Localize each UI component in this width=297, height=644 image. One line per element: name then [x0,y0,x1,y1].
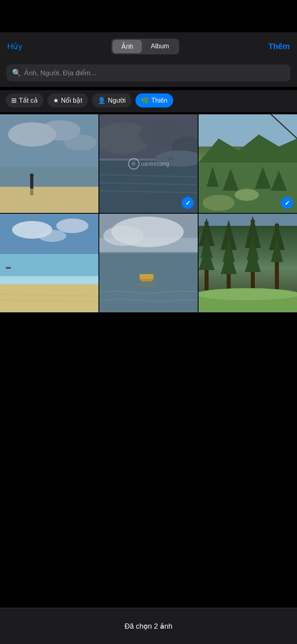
svg-point-33 [38,230,66,242]
svg-rect-46 [139,274,154,279]
status-bar [0,0,297,32]
segment-album-tab[interactable]: Album [142,40,178,53]
photo-cell-3[interactable]: ✓ [199,114,297,213]
svg-rect-36 [0,284,98,312]
svg-point-66 [199,288,297,300]
photo-cell-5[interactable] [99,214,198,312]
svg-point-32 [56,219,88,233]
star-icon: ★ [53,97,59,104]
search-input-wrap[interactable]: 🔍 Ảnh, Người, Địa điểm... [6,64,291,81]
add-button[interactable]: Thêm [268,42,290,51]
filter-bar: ⊞ Tất cả ★ Nổi bật 👤 Người 🌿 Thiên [0,90,297,112]
filter-all-button[interactable]: ⊞ Tất cả [6,93,43,107]
nav-bar: Hủy Ảnh Album Thêm [0,32,297,60]
photo-cell-1[interactable] [0,114,98,213]
search-bar: 🔍 Ảnh, Người, Địa điểm... [0,60,297,87]
svg-rect-20 [199,114,297,147]
svg-rect-49 [199,214,297,226]
bottom-bar: Đã chọn 2 ảnh [0,608,297,644]
photo-cell-2[interactable]: ⚙ uantrimang ✓ [99,114,198,213]
grid-icon: ⊞ [11,97,16,104]
filter-people-label: Người [108,97,126,104]
svg-rect-5 [0,187,98,213]
segment-control: Ảnh Album [111,39,179,54]
photo-grid: ⚙ uantrimang ✓ ✓ [0,114,297,312]
filter-people-button[interactable]: 👤 Người [92,93,131,107]
person-icon: 👤 [98,97,106,104]
filter-nature-button[interactable]: 🌿 Thiên [135,93,173,107]
svg-point-29 [203,195,235,211]
svg-point-7 [30,173,34,178]
svg-rect-44 [99,252,198,253]
filter-nature-label: Thiên [152,97,168,104]
svg-point-48 [136,281,156,287]
svg-rect-37 [6,267,11,269]
svg-rect-8 [30,189,33,195]
cancel-button[interactable]: Hủy [7,41,22,51]
leaf-icon: 🌿 [141,97,149,104]
filter-featured-label: Nổi bật [61,97,82,104]
svg-point-43 [103,226,143,246]
selected-count-label: Đã chọn 2 ảnh [125,622,172,631]
photo-cell-6[interactable] [199,214,297,312]
svg-rect-16 [168,158,174,160]
segment-photo-tab[interactable]: Ảnh [113,40,142,53]
search-placeholder: Ảnh, Người, Địa điểm... [24,69,96,77]
svg-point-28 [235,189,259,201]
search-icon: 🔍 [12,68,21,77]
photo-cell-4[interactable] [0,214,98,312]
selection-check-2: ✓ [182,197,194,209]
svg-point-3 [64,134,96,151]
filter-all-label: Tất cả [19,97,38,104]
selection-check-3: ✓ [281,197,293,209]
svg-rect-6 [30,177,33,189]
filter-featured-button[interactable]: ★ Nổi bật [47,93,88,107]
